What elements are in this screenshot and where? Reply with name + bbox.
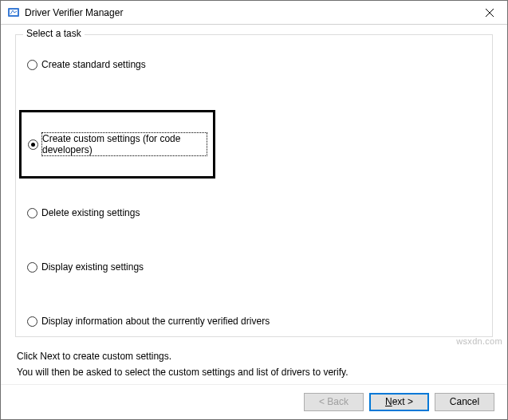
radio-label: Delete existing settings (41, 207, 140, 218)
info-line-1: Click Next to create custom settings. (17, 348, 491, 364)
radio-icon (27, 316, 37, 327)
group-label: Select a task (23, 28, 85, 39)
radio-label: Create standard settings (41, 59, 146, 70)
radio-icon (27, 208, 37, 218)
radio-icon (28, 139, 38, 150)
radio-display-info[interactable]: Display information about the currently … (27, 314, 270, 328)
back-button: < Back (304, 393, 364, 411)
cancel-button[interactable]: Cancel (435, 393, 494, 411)
radio-label: Display information about the currently … (41, 316, 270, 327)
window-root: Driver Verifier Manager Select a task Cr… (0, 0, 508, 420)
dialog-body: Select a task Create standard settings C… (1, 25, 507, 384)
close-icon (486, 9, 494, 17)
radio-label: Create custom settings (for code develop… (42, 133, 207, 155)
task-groupbox: Select a task Create standard settings C… (15, 34, 493, 337)
close-button[interactable] (471, 1, 507, 25)
radio-create-standard[interactable]: Create standard settings (27, 57, 146, 72)
radio-display-existing[interactable]: Display existing settings (27, 260, 144, 274)
next-button[interactable]: Next > (369, 393, 429, 411)
highlight-box: Create custom settings (for code develop… (19, 110, 215, 179)
button-label: Cancel (450, 396, 479, 407)
info-line-2: You will then be asked to select the cus… (17, 364, 491, 380)
radio-delete-existing[interactable]: Delete existing settings (27, 206, 140, 220)
info-text: Click Next to create custom settings. Yo… (17, 348, 491, 381)
radio-label: Display existing settings (41, 261, 144, 273)
radio-icon (27, 262, 37, 273)
watermark: wsxdn.com (456, 336, 502, 346)
window-title: Driver Verifier Manager (25, 7, 471, 18)
app-icon (7, 6, 20, 19)
button-label: < Back (319, 396, 349, 407)
button-bar: < Back Next > Cancel (1, 384, 507, 419)
titlebar: Driver Verifier Manager (1, 1, 507, 25)
button-label: Next > (385, 396, 413, 407)
radio-create-custom[interactable]: Create custom settings (for code develop… (28, 131, 207, 157)
radio-icon (27, 60, 37, 70)
